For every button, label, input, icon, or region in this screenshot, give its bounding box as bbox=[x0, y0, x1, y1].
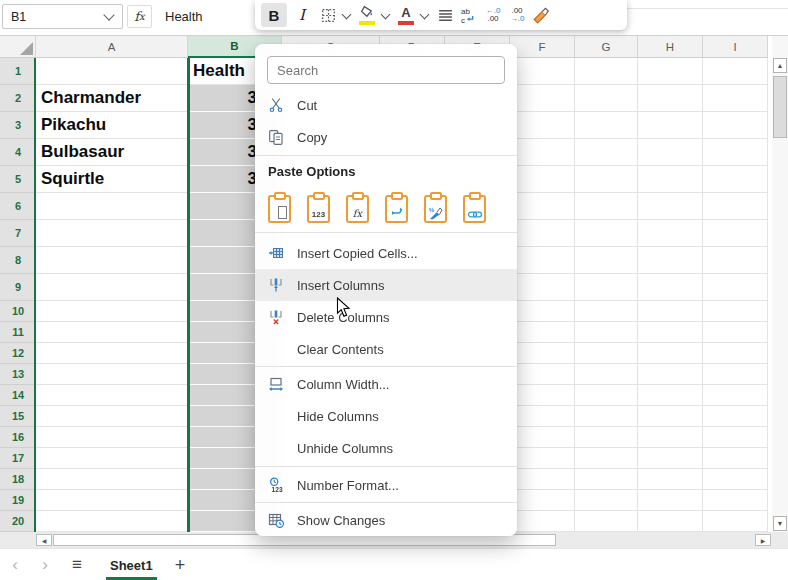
cell-H1[interactable] bbox=[638, 58, 703, 85]
cell-G8[interactable] bbox=[575, 247, 638, 274]
cell-A12[interactable] bbox=[36, 343, 188, 364]
cell-G7[interactable] bbox=[575, 220, 638, 247]
column-header-A[interactable]: A bbox=[36, 36, 188, 58]
menu-item-column-width[interactable]: Column Width... bbox=[255, 368, 517, 400]
paste-icon[interactable] bbox=[268, 195, 291, 223]
cell-A15[interactable] bbox=[36, 406, 188, 427]
cell-H13[interactable] bbox=[638, 364, 703, 385]
cell-I13[interactable] bbox=[703, 364, 768, 385]
cell-F17[interactable] bbox=[510, 448, 575, 469]
cell-I12[interactable] bbox=[703, 343, 768, 364]
formula-input[interactable]: Health bbox=[165, 0, 203, 33]
cell-I5[interactable] bbox=[703, 166, 768, 193]
italic-button[interactable]: I bbox=[289, 3, 315, 27]
cell-A9[interactable] bbox=[36, 274, 188, 301]
decrease-decimal-icon[interactable]: ←.0.00 bbox=[482, 3, 504, 27]
cell-A8[interactable] bbox=[36, 247, 188, 274]
cell-G14[interactable] bbox=[575, 385, 638, 406]
cell-A10[interactable] bbox=[36, 301, 188, 322]
fill-color-icon[interactable] bbox=[356, 3, 378, 27]
cell-G15[interactable] bbox=[575, 406, 638, 427]
cell-H17[interactable] bbox=[638, 448, 703, 469]
cell-F3[interactable] bbox=[510, 112, 575, 139]
menu-item-delete-columns[interactable]: Delete Columns bbox=[255, 301, 517, 333]
cell-F1[interactable] bbox=[510, 58, 575, 85]
cell-I9[interactable] bbox=[703, 274, 768, 301]
paste-formatting-icon[interactable]: % bbox=[424, 195, 447, 223]
cell-F13[interactable] bbox=[510, 364, 575, 385]
row-header-15[interactable]: 15 bbox=[0, 406, 36, 427]
bold-button[interactable]: B bbox=[261, 3, 287, 27]
row-header-17[interactable]: 17 bbox=[0, 448, 36, 469]
sheet-tab-sheet1[interactable]: Sheet1 bbox=[106, 550, 157, 580]
cell-A7[interactable] bbox=[36, 220, 188, 247]
cell-G6[interactable] bbox=[575, 193, 638, 220]
name-box[interactable]: B1 bbox=[2, 4, 123, 29]
cell-I8[interactable] bbox=[703, 247, 768, 274]
cell-A3[interactable]: Pikachu bbox=[36, 112, 188, 139]
cell-G3[interactable] bbox=[575, 112, 638, 139]
menu-item-insert-copied-cells[interactable]: Insert Copied Cells... bbox=[255, 237, 517, 269]
menu-item-show-changes[interactable]: Show Changes bbox=[255, 504, 517, 536]
cell-G18[interactable] bbox=[575, 469, 638, 490]
cell-H7[interactable] bbox=[638, 220, 703, 247]
borders-dropdown[interactable] bbox=[342, 9, 352, 19]
cell-F20[interactable] bbox=[510, 511, 575, 532]
scroll-right-button[interactable]: ▶ bbox=[755, 534, 771, 546]
cell-F8[interactable] bbox=[510, 247, 575, 274]
cell-H19[interactable] bbox=[638, 490, 703, 511]
cell-H16[interactable] bbox=[638, 427, 703, 448]
row-header-5[interactable]: 5 bbox=[0, 166, 36, 193]
cell-G5[interactable] bbox=[575, 166, 638, 193]
alignment-icon[interactable] bbox=[434, 3, 456, 27]
cell-I7[interactable] bbox=[703, 220, 768, 247]
previous-sheet-button[interactable]: ‹ bbox=[0, 555, 30, 575]
cell-F7[interactable] bbox=[510, 220, 575, 247]
cell-G9[interactable] bbox=[575, 274, 638, 301]
cell-A14[interactable] bbox=[36, 385, 188, 406]
insert-function-button[interactable]: fx bbox=[127, 5, 152, 28]
cell-F14[interactable] bbox=[510, 385, 575, 406]
cell-I20[interactable] bbox=[703, 511, 768, 532]
cell-I2[interactable] bbox=[703, 85, 768, 112]
row-header-19[interactable]: 19 bbox=[0, 490, 36, 511]
row-header-3[interactable]: 3 bbox=[0, 112, 36, 139]
cell-I16[interactable] bbox=[703, 427, 768, 448]
cell-H5[interactable] bbox=[638, 166, 703, 193]
column-header-G[interactable]: G bbox=[575, 36, 638, 58]
row-header-10[interactable]: 10 bbox=[0, 301, 36, 322]
cell-A4[interactable]: Bulbasaur bbox=[36, 139, 188, 166]
cell-H4[interactable] bbox=[638, 139, 703, 166]
cell-I17[interactable] bbox=[703, 448, 768, 469]
cell-I14[interactable] bbox=[703, 385, 768, 406]
cell-F16[interactable] bbox=[510, 427, 575, 448]
scroll-left-button[interactable]: ◀ bbox=[36, 534, 52, 546]
cell-G12[interactable] bbox=[575, 343, 638, 364]
row-header-18[interactable]: 18 bbox=[0, 469, 36, 490]
cell-I6[interactable] bbox=[703, 193, 768, 220]
chevron-down-icon[interactable] bbox=[103, 9, 114, 20]
cell-G4[interactable] bbox=[575, 139, 638, 166]
vertical-scrollbar[interactable]: ▲ ▼ bbox=[772, 36, 788, 532]
cell-A1[interactable] bbox=[36, 58, 188, 85]
cell-I4[interactable] bbox=[703, 139, 768, 166]
cell-F15[interactable] bbox=[510, 406, 575, 427]
paste-formulas-icon[interactable]: fx bbox=[346, 195, 369, 223]
cell-G16[interactable] bbox=[575, 427, 638, 448]
format-painter-icon[interactable] bbox=[530, 3, 552, 27]
scroll-up-button[interactable]: ▲ bbox=[773, 58, 787, 73]
column-header-F[interactable]: F bbox=[510, 36, 575, 58]
menu-item-unhide-columns[interactable]: Unhide Columns bbox=[255, 432, 517, 464]
add-sheet-button[interactable]: + bbox=[175, 555, 186, 576]
row-header-2[interactable]: 2 bbox=[0, 85, 36, 112]
cell-I19[interactable] bbox=[703, 490, 768, 511]
all-sheets-menu-button[interactable]: ≡ bbox=[60, 555, 94, 575]
cell-A6[interactable] bbox=[36, 193, 188, 220]
cell-G11[interactable] bbox=[575, 322, 638, 343]
cell-F11[interactable] bbox=[510, 322, 575, 343]
select-all-corner[interactable] bbox=[0, 36, 36, 58]
cell-H6[interactable] bbox=[638, 193, 703, 220]
cell-H11[interactable] bbox=[638, 322, 703, 343]
column-header-H[interactable]: H bbox=[638, 36, 703, 58]
cell-I10[interactable] bbox=[703, 301, 768, 322]
